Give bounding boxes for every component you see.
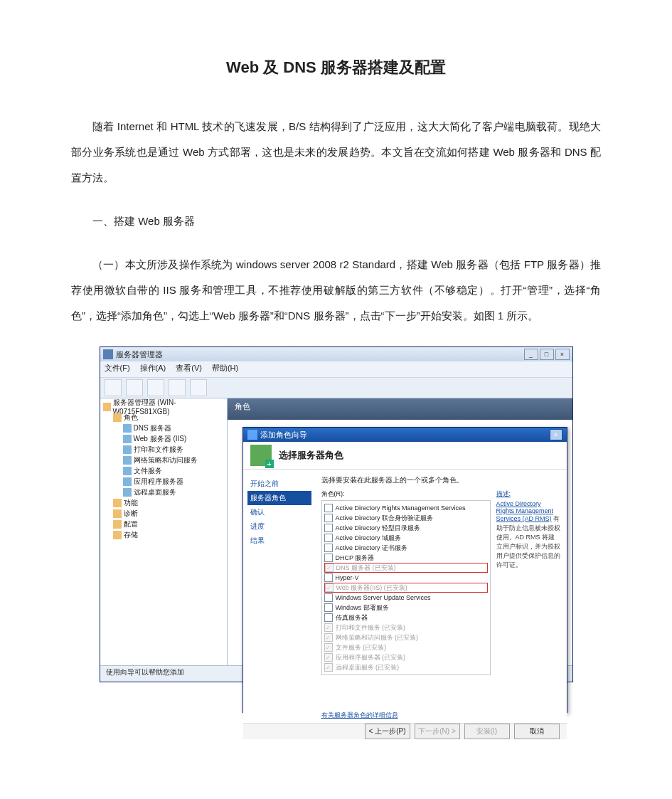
role-icon <box>123 488 132 497</box>
role-checkbox: ✓ <box>324 663 333 672</box>
role-checkbox-row[interactable]: Hyper-V <box>324 573 488 583</box>
wizard-nav-start[interactable]: 开始之前 <box>247 477 311 491</box>
folder-icon <box>113 499 122 507</box>
role-checkbox-row[interactable]: Windows Server Update Services <box>324 593 488 603</box>
tree-role-item-label: 网络策略和访问服务 <box>134 455 198 465</box>
section-heading-1: 一、搭建 Web 服务器 <box>71 208 601 234</box>
role-checkbox-label: Active Directory 证书服务 <box>336 544 408 553</box>
role-checkbox[interactable] <box>324 544 333 552</box>
role-checkbox[interactable] <box>324 514 333 522</box>
role-checkbox-row[interactable]: 传真服务器 <box>324 613 488 623</box>
role-description-text: 有助于防止信息被未授权使用。AD RMS 将建立用户标识，并为授权用户提供受保护… <box>496 515 560 568</box>
folder-icon <box>113 413 122 422</box>
folder-icon <box>113 509 122 518</box>
menu-help[interactable]: 帮助(H) <box>212 363 238 376</box>
role-checkbox[interactable] <box>324 524 333 532</box>
tree-role-item[interactable]: 远程桌面服务 <box>103 487 224 497</box>
app-icon <box>103 349 113 359</box>
paragraph-intro: 随着 Internet 和 HTML 技术的飞速发展，B/S 结构得到了广泛应用… <box>71 114 601 191</box>
add-roles-wizard-dialog: 添加角色向导 × 选择服务器角色 开始之前 服务器角色 确认 <box>242 427 567 713</box>
menu-view[interactable]: 查看(V) <box>176 363 202 376</box>
main-panel-header: 角色 <box>228 398 572 420</box>
role-checkbox-row: ✓打印和文件服务 (已安装) <box>324 623 488 633</box>
role-checkbox-row[interactable]: Active Directory 轻型目录服务 <box>324 523 488 533</box>
window-title: 服务器管理器 <box>116 349 163 360</box>
wizard-content: 选择要安装在此服务器上的一个或多个角色。 角色(R): Active Direc… <box>316 470 567 723</box>
toolbar-refresh-button[interactable] <box>169 379 186 396</box>
role-checkbox[interactable] <box>324 554 333 562</box>
role-icon <box>123 467 132 475</box>
role-checkbox[interactable] <box>324 603 333 612</box>
install-button[interactable]: 安装(I) <box>464 724 510 739</box>
role-checkbox-row: ✓Web 服务器(IIS) (已安装) <box>324 583 488 593</box>
role-checkbox[interactable] <box>324 534 333 542</box>
wizard-nav: 开始之前 服务器角色 确认 进度 结果 <box>243 470 316 723</box>
navigation-tree[interactable]: 服务器管理器 (WIN-W0715FS81XGB) 角色 DNS 服务器Web … <box>100 398 228 665</box>
cancel-button[interactable]: 取消 <box>514 724 560 739</box>
role-checkbox: ✓ <box>324 633 333 642</box>
tree-role-item[interactable]: 文件服务 <box>103 465 224 476</box>
wizard-nav-progress[interactable]: 进度 <box>247 519 311 534</box>
wizard-nav-result[interactable]: 结果 <box>247 534 311 548</box>
toolbar <box>100 378 572 398</box>
more-info-link[interactable]: 有关服务器角色的详细信息 <box>321 711 561 720</box>
tree-root[interactable]: 服务器管理器 (WIN-W0715FS81XGB) <box>103 401 224 412</box>
role-icon <box>123 435 132 443</box>
role-description-panel: 描述: Active Directory Rights Management S… <box>496 490 561 675</box>
tree-features[interactable]: 功能 <box>103 497 224 508</box>
tree-role-item[interactable]: DNS 服务器 <box>103 423 224 433</box>
toolbar-up-button[interactable] <box>147 379 164 396</box>
tree-diagnostics[interactable]: 诊断 <box>103 508 224 519</box>
role-checkbox[interactable] <box>324 613 333 622</box>
role-checkbox: ✓ <box>325 583 334 592</box>
menu-file[interactable]: 文件(F) <box>105 363 130 376</box>
tree-role-item-label: 打印和文件服务 <box>134 445 183 455</box>
folder-icon <box>113 520 122 529</box>
role-checkbox-row[interactable]: Active Directory 联合身份验证服务 <box>324 513 488 523</box>
wizard-nav-roles[interactable]: 服务器角色 <box>247 491 311 505</box>
wizard-header: 选择服务器角色 <box>243 442 567 470</box>
role-icon <box>123 445 132 454</box>
minimize-button[interactable]: _ <box>524 349 538 360</box>
tree-role-item-label: 远程桌面服务 <box>134 487 176 497</box>
role-checkbox-label: 远程桌面服务 (已安装) <box>336 663 400 672</box>
tree-config[interactable]: 配置 <box>103 519 224 529</box>
tree-diagnostics-label: 诊断 <box>124 509 138 519</box>
role-checkbox[interactable] <box>324 593 333 602</box>
roles-listbox[interactable]: Active Directory Rights Management Servi… <box>321 500 491 675</box>
role-checkbox-label: Windows Server Update Services <box>336 594 431 601</box>
back-button[interactable]: < 上一步(P) <box>365 724 410 739</box>
role-checkbox: ✓ <box>325 563 334 572</box>
role-checkbox-row: ✓网络策略和访问服务 (已安装) <box>324 633 488 642</box>
role-checkbox: ✓ <box>324 653 333 662</box>
role-checkbox[interactable] <box>324 504 333 512</box>
toolbar-help-button[interactable] <box>190 379 207 396</box>
role-icon <box>123 477 132 486</box>
tree-role-item[interactable]: 应用程序服务器 <box>103 476 224 487</box>
wizard-close-button[interactable]: × <box>550 429 562 440</box>
wizard-icon <box>247 430 257 440</box>
role-checkbox-row[interactable]: Active Directory Rights Management Servi… <box>324 503 488 513</box>
toolbar-forward-button[interactable] <box>126 379 143 396</box>
roles-group-label: 角色(R): <box>321 490 491 499</box>
role-checkbox-row[interactable]: Windows 部署服务 <box>324 603 488 613</box>
wizard-instruction: 选择要安装在此服务器上的一个或多个角色。 <box>321 475 561 485</box>
role-checkbox-row[interactable]: DHCP 服务器 <box>324 553 488 563</box>
menubar: 文件(F) 操作(A) 查看(V) 帮助(H) <box>100 361 572 378</box>
role-checkbox-row[interactable]: Active Directory 域服务 <box>324 533 488 543</box>
role-checkbox-row[interactable]: Active Directory 证书服务 <box>324 543 488 553</box>
role-checkbox-label: 传真服务器 <box>336 613 368 623</box>
role-checkbox-row: ✓远程桌面服务 (已安装) <box>324 662 488 672</box>
next-button[interactable]: 下一步(N) > <box>415 724 460 739</box>
maximize-button[interactable]: □ <box>540 349 554 360</box>
close-button[interactable]: × <box>555 349 570 360</box>
tree-storage[interactable]: 存储 <box>103 529 224 540</box>
toolbar-back-button[interactable] <box>105 379 122 396</box>
menu-action[interactable]: 操作(A) <box>140 363 166 376</box>
tree-role-item[interactable]: 网络策略和访问服务 <box>103 455 224 465</box>
role-description-link[interactable]: Active Directory Rights Management Servi… <box>496 500 554 522</box>
tree-role-item[interactable]: Web 服务器 (IIS) <box>103 433 224 444</box>
tree-role-item[interactable]: 打印和文件服务 <box>103 444 224 455</box>
role-checkbox[interactable] <box>324 573 333 582</box>
wizard-nav-confirm[interactable]: 确认 <box>247 505 311 519</box>
